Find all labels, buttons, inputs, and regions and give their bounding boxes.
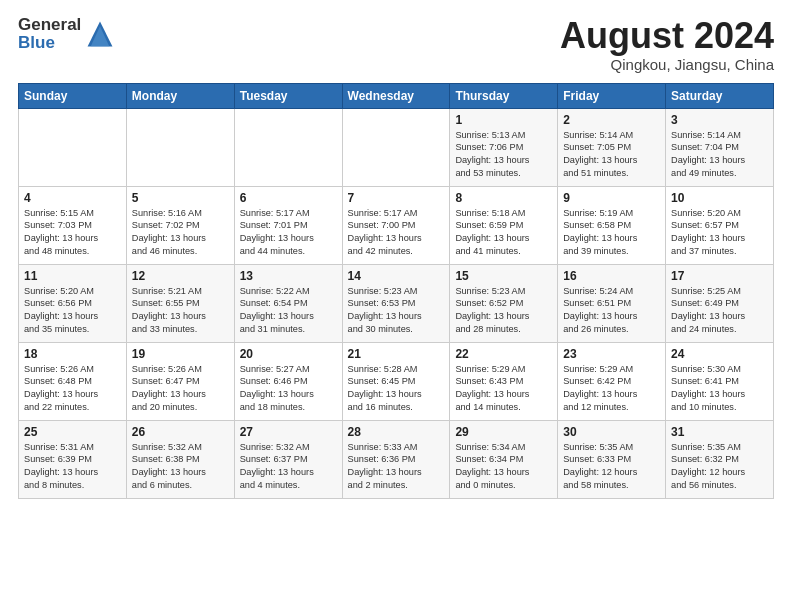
weekday-header-row: SundayMondayTuesdayWednesdayThursdayFrid… — [19, 83, 774, 108]
calendar-table: SundayMondayTuesdayWednesdayThursdayFrid… — [18, 83, 774, 499]
day-number: 27 — [240, 425, 337, 439]
day-info: Sunrise: 5:29 AM Sunset: 6:43 PM Dayligh… — [455, 363, 552, 415]
day-info: Sunrise: 5:17 AM Sunset: 7:01 PM Dayligh… — [240, 207, 337, 259]
day-number: 22 — [455, 347, 552, 361]
day-info: Sunrise: 5:32 AM Sunset: 6:38 PM Dayligh… — [132, 441, 229, 493]
week-row-3: 11Sunrise: 5:20 AM Sunset: 6:56 PM Dayli… — [19, 264, 774, 342]
week-row-1: 1Sunrise: 5:13 AM Sunset: 7:06 PM Daylig… — [19, 108, 774, 186]
day-number: 10 — [671, 191, 768, 205]
calendar-cell: 1Sunrise: 5:13 AM Sunset: 7:06 PM Daylig… — [450, 108, 558, 186]
calendar-cell: 4Sunrise: 5:15 AM Sunset: 7:03 PM Daylig… — [19, 186, 127, 264]
calendar-cell — [234, 108, 342, 186]
calendar-cell — [19, 108, 127, 186]
day-info: Sunrise: 5:14 AM Sunset: 7:04 PM Dayligh… — [671, 129, 768, 181]
day-number: 29 — [455, 425, 552, 439]
day-info: Sunrise: 5:22 AM Sunset: 6:54 PM Dayligh… — [240, 285, 337, 337]
calendar-cell: 15Sunrise: 5:23 AM Sunset: 6:52 PM Dayli… — [450, 264, 558, 342]
calendar-cell: 6Sunrise: 5:17 AM Sunset: 7:01 PM Daylig… — [234, 186, 342, 264]
day-info: Sunrise: 5:35 AM Sunset: 6:33 PM Dayligh… — [563, 441, 660, 493]
calendar-cell: 9Sunrise: 5:19 AM Sunset: 6:58 PM Daylig… — [558, 186, 666, 264]
day-number: 13 — [240, 269, 337, 283]
day-info: Sunrise: 5:28 AM Sunset: 6:45 PM Dayligh… — [348, 363, 445, 415]
day-number: 4 — [24, 191, 121, 205]
day-number: 15 — [455, 269, 552, 283]
day-number: 26 — [132, 425, 229, 439]
day-number: 2 — [563, 113, 660, 127]
title-block: August 2024 Qingkou, Jiangsu, China — [560, 16, 774, 73]
day-info: Sunrise: 5:34 AM Sunset: 6:34 PM Dayligh… — [455, 441, 552, 493]
day-number: 20 — [240, 347, 337, 361]
day-info: Sunrise: 5:21 AM Sunset: 6:55 PM Dayligh… — [132, 285, 229, 337]
calendar-cell: 23Sunrise: 5:29 AM Sunset: 6:42 PM Dayli… — [558, 342, 666, 420]
day-info: Sunrise: 5:33 AM Sunset: 6:36 PM Dayligh… — [348, 441, 445, 493]
logo-text: General Blue — [18, 16, 114, 52]
day-info: Sunrise: 5:23 AM Sunset: 6:52 PM Dayligh… — [455, 285, 552, 337]
week-row-5: 25Sunrise: 5:31 AM Sunset: 6:39 PM Dayli… — [19, 420, 774, 498]
calendar-cell: 19Sunrise: 5:26 AM Sunset: 6:47 PM Dayli… — [126, 342, 234, 420]
day-info: Sunrise: 5:32 AM Sunset: 6:37 PM Dayligh… — [240, 441, 337, 493]
day-info: Sunrise: 5:20 AM Sunset: 6:56 PM Dayligh… — [24, 285, 121, 337]
logo: General Blue — [18, 16, 114, 52]
calendar-cell: 24Sunrise: 5:30 AM Sunset: 6:41 PM Dayli… — [666, 342, 774, 420]
calendar-cell — [342, 108, 450, 186]
day-number: 21 — [348, 347, 445, 361]
calendar-cell: 17Sunrise: 5:25 AM Sunset: 6:49 PM Dayli… — [666, 264, 774, 342]
week-row-2: 4Sunrise: 5:15 AM Sunset: 7:03 PM Daylig… — [19, 186, 774, 264]
calendar-cell: 30Sunrise: 5:35 AM Sunset: 6:33 PM Dayli… — [558, 420, 666, 498]
logo-general: General — [18, 16, 81, 34]
day-number: 7 — [348, 191, 445, 205]
calendar-cell: 26Sunrise: 5:32 AM Sunset: 6:38 PM Dayli… — [126, 420, 234, 498]
calendar-cell: 14Sunrise: 5:23 AM Sunset: 6:53 PM Dayli… — [342, 264, 450, 342]
day-number: 23 — [563, 347, 660, 361]
calendar-cell: 16Sunrise: 5:24 AM Sunset: 6:51 PM Dayli… — [558, 264, 666, 342]
calendar-cell: 28Sunrise: 5:33 AM Sunset: 6:36 PM Dayli… — [342, 420, 450, 498]
calendar-cell: 2Sunrise: 5:14 AM Sunset: 7:05 PM Daylig… — [558, 108, 666, 186]
month-title: August 2024 — [560, 16, 774, 56]
calendar-cell: 31Sunrise: 5:35 AM Sunset: 6:32 PM Dayli… — [666, 420, 774, 498]
weekday-header-tuesday: Tuesday — [234, 83, 342, 108]
day-info: Sunrise: 5:23 AM Sunset: 6:53 PM Dayligh… — [348, 285, 445, 337]
day-info: Sunrise: 5:27 AM Sunset: 6:46 PM Dayligh… — [240, 363, 337, 415]
calendar-cell: 18Sunrise: 5:26 AM Sunset: 6:48 PM Dayli… — [19, 342, 127, 420]
day-info: Sunrise: 5:30 AM Sunset: 6:41 PM Dayligh… — [671, 363, 768, 415]
calendar-cell: 8Sunrise: 5:18 AM Sunset: 6:59 PM Daylig… — [450, 186, 558, 264]
day-info: Sunrise: 5:16 AM Sunset: 7:02 PM Dayligh… — [132, 207, 229, 259]
logo-icon — [86, 20, 114, 48]
calendar-cell — [126, 108, 234, 186]
weekday-header-thursday: Thursday — [450, 83, 558, 108]
day-number: 17 — [671, 269, 768, 283]
calendar-cell: 22Sunrise: 5:29 AM Sunset: 6:43 PM Dayli… — [450, 342, 558, 420]
calendar-cell: 13Sunrise: 5:22 AM Sunset: 6:54 PM Dayli… — [234, 264, 342, 342]
day-info: Sunrise: 5:17 AM Sunset: 7:00 PM Dayligh… — [348, 207, 445, 259]
location: Qingkou, Jiangsu, China — [560, 56, 774, 73]
calendar-cell: 29Sunrise: 5:34 AM Sunset: 6:34 PM Dayli… — [450, 420, 558, 498]
day-info: Sunrise: 5:20 AM Sunset: 6:57 PM Dayligh… — [671, 207, 768, 259]
weekday-header-friday: Friday — [558, 83, 666, 108]
calendar-cell: 12Sunrise: 5:21 AM Sunset: 6:55 PM Dayli… — [126, 264, 234, 342]
calendar-cell: 27Sunrise: 5:32 AM Sunset: 6:37 PM Dayli… — [234, 420, 342, 498]
calendar-cell: 10Sunrise: 5:20 AM Sunset: 6:57 PM Dayli… — [666, 186, 774, 264]
day-number: 16 — [563, 269, 660, 283]
day-number: 11 — [24, 269, 121, 283]
logo-blue: Blue — [18, 34, 81, 52]
day-number: 5 — [132, 191, 229, 205]
calendar-cell: 21Sunrise: 5:28 AM Sunset: 6:45 PM Dayli… — [342, 342, 450, 420]
calendar-cell: 7Sunrise: 5:17 AM Sunset: 7:00 PM Daylig… — [342, 186, 450, 264]
day-number: 6 — [240, 191, 337, 205]
calendar-cell: 25Sunrise: 5:31 AM Sunset: 6:39 PM Dayli… — [19, 420, 127, 498]
day-info: Sunrise: 5:25 AM Sunset: 6:49 PM Dayligh… — [671, 285, 768, 337]
day-number: 8 — [455, 191, 552, 205]
day-info: Sunrise: 5:35 AM Sunset: 6:32 PM Dayligh… — [671, 441, 768, 493]
weekday-header-saturday: Saturday — [666, 83, 774, 108]
day-number: 1 — [455, 113, 552, 127]
weekday-header-sunday: Sunday — [19, 83, 127, 108]
day-info: Sunrise: 5:15 AM Sunset: 7:03 PM Dayligh… — [24, 207, 121, 259]
day-number: 30 — [563, 425, 660, 439]
calendar-cell: 5Sunrise: 5:16 AM Sunset: 7:02 PM Daylig… — [126, 186, 234, 264]
day-number: 18 — [24, 347, 121, 361]
day-number: 3 — [671, 113, 768, 127]
day-number: 25 — [24, 425, 121, 439]
day-info: Sunrise: 5:26 AM Sunset: 6:47 PM Dayligh… — [132, 363, 229, 415]
day-info: Sunrise: 5:18 AM Sunset: 6:59 PM Dayligh… — [455, 207, 552, 259]
calendar-cell: 11Sunrise: 5:20 AM Sunset: 6:56 PM Dayli… — [19, 264, 127, 342]
